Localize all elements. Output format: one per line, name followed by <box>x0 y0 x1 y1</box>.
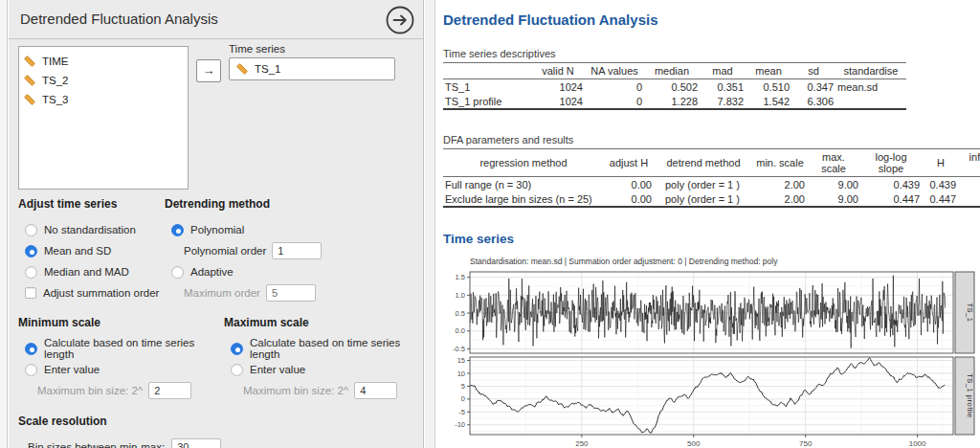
max-bin-size-row: Maximum bin size: 2^ <box>224 380 423 401</box>
radio-label: Calculate based on time series length <box>250 337 423 360</box>
radio-icon[interactable] <box>25 364 37 376</box>
data-panel-edge[interactable] <box>0 0 8 448</box>
radio-icon[interactable] <box>171 266 184 279</box>
radio-min-enter-value[interactable]: Enter value <box>18 359 221 380</box>
scale-variable-icon <box>235 62 249 76</box>
svg-text:-5: -5 <box>458 408 465 416</box>
analysis-title: Detrended Fluctuation Analysis <box>20 11 218 27</box>
min-bin-size-input[interactable] <box>148 382 191 399</box>
section-heading: Maximum scale <box>224 316 423 329</box>
cell: 0.347 <box>791 79 835 95</box>
radio-median-mad[interactable]: Median and MAD <box>18 261 162 282</box>
radio-icon[interactable] <box>231 364 243 376</box>
variable-label: TS_3 <box>42 94 69 105</box>
cell: 6.306 <box>791 94 835 109</box>
polynomial-order-input[interactable] <box>272 242 322 259</box>
radio-no-standardisation[interactable]: No standardisation <box>18 219 162 240</box>
radio-selected-icon[interactable] <box>25 343 37 355</box>
time-series-plot-svg: Standardisation: mean.sd | Summation ord… <box>443 256 979 448</box>
radio-selected-icon[interactable] <box>171 224 184 236</box>
bin-sizes-input[interactable] <box>171 438 221 448</box>
checkbox-label: Adjust summation order <box>43 287 159 299</box>
radio-icon[interactable] <box>25 266 37 279</box>
list-item[interactable]: TIME <box>23 52 184 71</box>
svg-text:250: 250 <box>575 439 589 448</box>
circle-arrow-right-icon <box>385 5 415 35</box>
radio-selected-icon[interactable] <box>231 343 243 355</box>
table-header-row: valid N NA values median mad mean sd sta… <box>443 63 906 79</box>
table-row: TS_1 1024 0 0.502 0.351 0.510 0.347 mean… <box>443 79 906 95</box>
max-bin-size-input[interactable] <box>354 382 397 399</box>
list-item[interactable]: TS_3 <box>23 90 184 109</box>
svg-text:1000: 1000 <box>909 439 926 448</box>
section-heading: Adjust time series <box>18 197 162 211</box>
svg-text:5: 5 <box>461 382 465 391</box>
svg-text:1.0: 1.0 <box>456 291 465 300</box>
radio-max-calculate[interactable]: Calculate based on time series length <box>224 338 423 359</box>
checkbox-icon[interactable] <box>25 287 36 299</box>
svg-text:1.5: 1.5 <box>456 273 465 281</box>
results-panel: Detrended Fluctuation Analysis Time seri… <box>436 0 980 448</box>
cell <box>835 94 906 109</box>
collapse-panel-button[interactable] <box>385 5 415 35</box>
svg-text:0.5: 0.5 <box>456 309 465 318</box>
radio-selected-icon[interactable] <box>25 245 37 258</box>
descriptives-table: valid N NA values median mad mean sd sta… <box>443 62 906 110</box>
dfa-table: regression method adjust H detrend metho… <box>443 148 980 208</box>
cell: Full range (n = 30) <box>443 177 604 192</box>
maximum-order-input[interactable] <box>266 284 316 302</box>
column-header: H <box>922 149 960 177</box>
section-scale-resolution: Scale resolution Bin sizes between min-m… <box>18 414 286 448</box>
section-heading: Minimum scale <box>18 316 221 329</box>
checkbox-adjust-summation-order[interactable]: Adjust summation order <box>18 282 162 303</box>
section-minimum-scale: Minimum scale Calculate based on time se… <box>18 316 221 401</box>
descriptives-table-caption: Time series descriptives <box>443 48 980 59</box>
field-label: Bin sizes between min-max: <box>28 441 165 448</box>
radio-min-calculate[interactable]: Calculate based on time series length <box>18 338 221 359</box>
cell: 2.00 <box>753 177 807 192</box>
field-label: Maximum bin size: 2^ <box>37 385 143 396</box>
radio-icon[interactable] <box>25 224 37 236</box>
analysis-header[interactable]: Detrended Fluctuation Analysis <box>9 0 423 39</box>
panel-splitter[interactable] <box>425 0 435 448</box>
section-heading: Scale resolution <box>18 414 286 428</box>
cell: Exclude large bin sizes (n = 25) <box>443 191 604 207</box>
table-header-row: regression method adjust H detrend metho… <box>443 149 980 177</box>
cell: 2.00 <box>753 191 807 207</box>
radio-polynomial[interactable]: Polynomial <box>165 219 342 240</box>
radio-label: Mean and SD <box>44 245 111 257</box>
cell: 0.00 <box>604 191 654 207</box>
cell: 1.542 <box>746 94 791 109</box>
scale-variable-icon <box>23 55 36 68</box>
column-header: sd <box>791 63 835 79</box>
cell: 0.439 <box>922 177 960 192</box>
time-series-assigned-field[interactable]: TS_1 <box>229 57 395 80</box>
results-title: Detrended Fluctuation Analysis <box>443 11 980 28</box>
radio-mean-sd[interactable]: Mean and SD <box>18 240 162 261</box>
dfa-table-caption: DFA parameters and results <box>443 134 980 146</box>
column-header: valid N <box>531 63 585 79</box>
section-detrending-method: Detrending method Polynomial Polynomial … <box>165 197 342 303</box>
list-item[interactable]: TS_2 <box>23 71 184 90</box>
variable-label: TS_2 <box>42 75 69 86</box>
svg-text:500: 500 <box>687 439 701 448</box>
cell: 0 <box>585 79 644 95</box>
section-maximum-scale: Maximum scale Calculate based on time se… <box>224 316 423 401</box>
radio-adaptive[interactable]: Adaptive <box>165 261 342 282</box>
svg-text:TS_1 profile: TS_1 profile <box>966 373 974 417</box>
radio-max-enter-value[interactable]: Enter value <box>224 359 423 380</box>
column-header: detrend method <box>654 149 753 177</box>
cell: 0.447 <box>922 191 960 207</box>
scale-variable-icon <box>23 74 36 87</box>
column-header: informed FD <box>960 149 980 177</box>
svg-text:-0.5: -0.5 <box>453 345 465 353</box>
cell: 0.00 <box>604 177 654 192</box>
cell: 1024 <box>531 79 585 95</box>
radio-label: Enter value <box>44 364 100 375</box>
cell: 1.228 <box>644 94 700 109</box>
variable-label: TIME <box>42 56 68 67</box>
column-header: max. scale <box>807 149 860 177</box>
radio-label: Adaptive <box>190 266 234 278</box>
available-variables-list[interactable]: TIME TS_2 TS_3 <box>18 46 189 190</box>
assign-variable-button[interactable]: → <box>196 59 221 82</box>
